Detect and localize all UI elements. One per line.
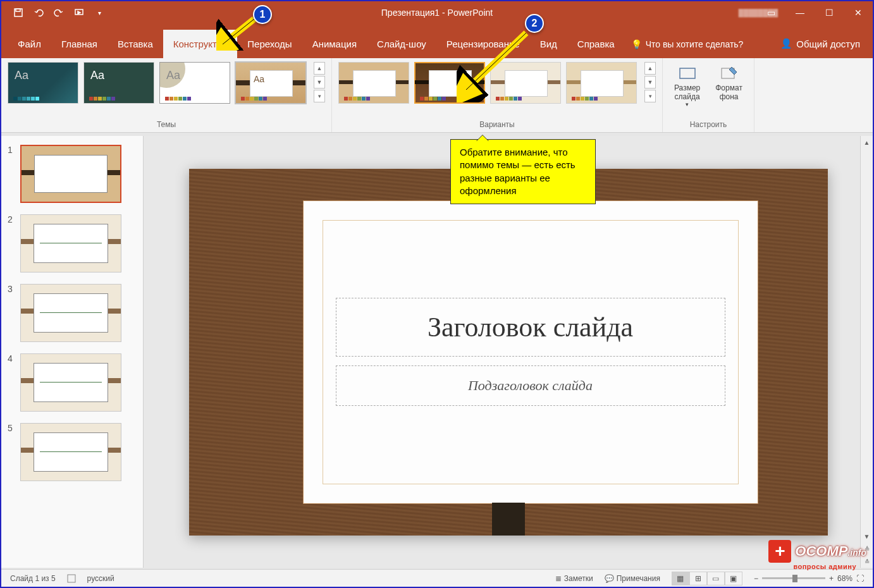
tab-animations[interactable]: Анимация	[302, 30, 367, 58]
vertical-scrollbar[interactable]: ▲ ▼ ≜ ≛	[860, 136, 873, 568]
tab-help[interactable]: Справка	[567, 30, 625, 58]
themes-group-label: Темы	[8, 118, 325, 131]
variant-option-1[interactable]	[338, 62, 409, 104]
zoom-in-button[interactable]: +	[829, 574, 834, 583]
tab-view[interactable]: Вид	[530, 30, 567, 58]
bulb-icon: 💡	[631, 39, 642, 49]
language-status[interactable]: русский	[87, 574, 114, 583]
themes-scroll-down[interactable]: ▼	[314, 76, 325, 89]
qat-dropdown[interactable]: ▾	[94, 7, 105, 18]
variants-scroll-up[interactable]: ▲	[644, 62, 656, 75]
variant-option-4[interactable]	[566, 62, 637, 104]
slide-thumb-5[interactable]	[20, 423, 121, 481]
variants-scroll-down[interactable]: ▼	[644, 76, 656, 89]
themes-more[interactable]: ▾	[314, 90, 325, 102]
tell-me-search[interactable]: 💡 Что вы хотите сделать?	[625, 30, 750, 58]
notes-icon: ≣	[555, 574, 562, 583]
svg-rect-5	[68, 575, 75, 582]
variants-group-label: Варианты	[338, 118, 656, 131]
minimize-button[interactable]: —	[785, 1, 815, 24]
watermark-icon: +	[768, 540, 791, 563]
share-icon: 👤	[780, 38, 792, 49]
theme-option-3[interactable]: Aa	[159, 62, 230, 104]
customize-group-label: Настроить	[669, 118, 748, 131]
slide-thumb-1[interactable]	[20, 145, 121, 203]
window-title: Презентация1 - PowerPoint	[381, 8, 493, 18]
svg-rect-1	[16, 9, 20, 11]
redo-button[interactable]	[53, 7, 65, 18]
clip-decoration-bottom	[492, 503, 525, 536]
theme-option-1[interactable]: Aa	[8, 62, 78, 104]
maximize-button[interactable]: ☐	[815, 1, 844, 24]
annotation-marker-2: 2	[525, 14, 544, 33]
sorter-view-button[interactable]: ⊞	[689, 572, 707, 585]
slide-number: 2	[8, 214, 14, 273]
comments-icon: 💬	[605, 574, 614, 583]
annotation-arrow-2	[457, 27, 532, 102]
zoom-level[interactable]: 68%	[837, 574, 852, 583]
slide-thumb-4[interactable]	[20, 353, 121, 412]
tab-slideshow[interactable]: Слайд-шоу	[367, 30, 436, 58]
scroll-up[interactable]: ▲	[861, 136, 873, 149]
start-slideshow-button[interactable]	[73, 7, 85, 18]
theme-option-4-selected[interactable]: Aa	[235, 62, 306, 104]
tab-insert[interactable]: Вставка	[108, 30, 163, 58]
slide-number: 1	[8, 145, 14, 203]
theme-option-2[interactable]: Aa	[83, 62, 154, 104]
format-bg-icon	[719, 64, 739, 82]
close-button[interactable]: ✕	[844, 1, 873, 24]
slide-thumb-2[interactable]	[20, 214, 121, 273]
comments-button[interactable]: 💬Примечания	[605, 574, 660, 583]
fit-to-window-button[interactable]: ⛶	[856, 574, 864, 583]
slide-number: 3	[8, 284, 14, 342]
annotation-callout: Обратите внимание, что помимо темы — ест…	[450, 139, 596, 204]
undo-button[interactable]	[33, 7, 44, 18]
themes-scroll-up[interactable]: ▲	[314, 62, 325, 75]
watermark: + OCOMP.info вопросы админу	[768, 540, 866, 563]
zoom-out-button[interactable]: −	[754, 574, 758, 583]
slideshow-view-button[interactable]: ▣	[725, 572, 742, 585]
subtitle-placeholder[interactable]: Подзаголовок слайда	[336, 365, 725, 406]
reading-view-button[interactable]: ▭	[707, 572, 725, 585]
variants-more[interactable]: ▾	[644, 90, 656, 102]
tab-file[interactable]: Файл	[8, 30, 51, 58]
title-placeholder[interactable]: Заголовок слайда	[336, 298, 725, 357]
slide-canvas[interactable]: Заголовок слайда Подзаголовок слайда	[189, 169, 828, 536]
save-button[interactable]	[13, 7, 24, 18]
ribbon-options-button[interactable]: ▭	[756, 1, 785, 24]
slide-number: 5	[8, 423, 14, 481]
share-button[interactable]: 👤 Общий доступ	[768, 29, 873, 58]
format-background-button[interactable]: Формат фона	[710, 62, 748, 104]
slide-thumb-3[interactable]	[20, 284, 121, 342]
slide-number: 4	[8, 353, 14, 412]
tab-home[interactable]: Главная	[51, 30, 108, 58]
zoom-slider[interactable]	[762, 577, 825, 579]
spellcheck-button[interactable]	[67, 574, 76, 583]
slide-size-icon	[677, 64, 698, 82]
slide-thumbnails-panel: 1 2 3 4 5	[1, 136, 144, 568]
slide-counter: Слайд 1 из 5	[10, 574, 56, 583]
notes-button[interactable]: ≣Заметки	[555, 574, 593, 583]
normal-view-button[interactable]: ▦	[672, 572, 689, 585]
slide-size-button[interactable]: Размер слайда ▾	[669, 62, 705, 110]
svg-rect-3	[680, 68, 695, 78]
annotation-marker-1: 1	[253, 5, 272, 24]
